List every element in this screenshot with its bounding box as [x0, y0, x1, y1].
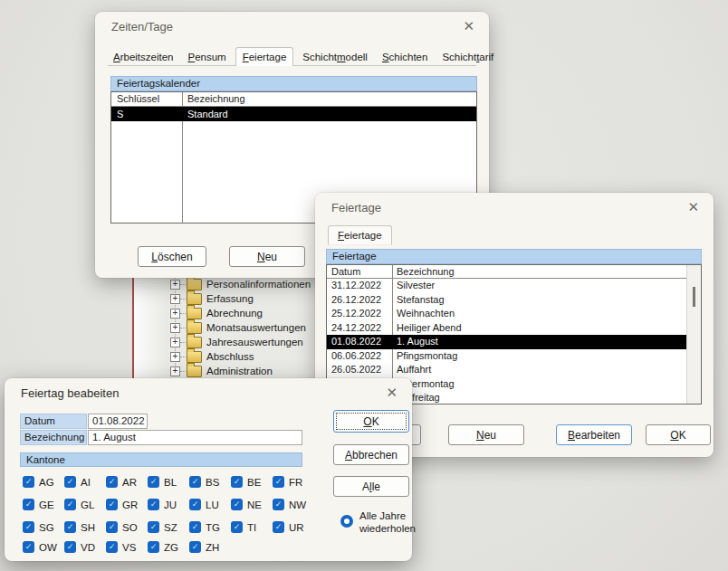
kanton-sh[interactable]: SH [64, 521, 106, 533]
checkbox-checked-icon[interactable] [148, 541, 159, 553]
kanton-ju[interactable]: JU [148, 499, 189, 510]
tree-item-jahresauswertungen[interactable]: Jahresauswertungen [170, 335, 303, 349]
plus-expander-icon[interactable] [170, 366, 180, 376]
kanton-zh[interactable]: ZH [189, 541, 231, 553]
plus-expander-icon[interactable] [170, 352, 180, 362]
tab-schichten[interactable]: Schichten [377, 50, 434, 65]
abbrechen-button[interactable]: Abbrechen [333, 444, 409, 465]
tree-item-administration[interactable]: Administration [170, 364, 273, 378]
kanton-ow[interactable]: OW [23, 541, 64, 553]
close-icon[interactable]: ✕ [687, 199, 699, 215]
checkbox-checked-icon[interactable] [273, 476, 284, 488]
vertical-scrollbar[interactable] [686, 265, 701, 404]
kanton-ag[interactable]: AG [23, 476, 64, 488]
neu-button[interactable]: Neu [448, 424, 524, 445]
kanton-tg[interactable]: TG [189, 521, 231, 533]
checkbox-checked-icon[interactable] [64, 521, 76, 533]
kanton-be[interactable]: BE [231, 476, 273, 488]
tab-pensum[interactable]: Pensum [182, 50, 231, 65]
checkbox-checked-icon[interactable] [148, 476, 159, 488]
checkbox-checked-icon[interactable] [189, 476, 201, 488]
table-row-selected[interactable]: S Standard [111, 107, 476, 121]
checkbox-checked-icon[interactable] [23, 499, 34, 510]
checkbox-checked-icon[interactable] [23, 476, 34, 488]
datum-field[interactable]: 01.08.2022 [88, 414, 148, 429]
checkbox-checked-icon[interactable] [64, 541, 76, 553]
checkbox-checked-icon[interactable] [106, 499, 118, 510]
kanton-bl[interactable]: BL [148, 476, 189, 488]
kanton-ai[interactable]: AI [64, 476, 106, 488]
table-row[interactable]: 24.12.2022Heiliger Abend [327, 321, 686, 336]
tab-arbeitszeiten[interactable]: Arbeitszeiten [108, 50, 178, 65]
loeschen-button[interactable]: Löschen [138, 246, 206, 267]
plus-expander-icon[interactable] [170, 280, 180, 290]
checkbox-checked-icon[interactable] [106, 541, 118, 553]
table-row[interactable]: 26.05.2022Auffahrt [327, 363, 686, 377]
checkbox-checked-icon[interactable] [231, 476, 243, 488]
checkbox-checked-icon[interactable] [23, 541, 34, 553]
checkbox-checked-icon[interactable] [106, 521, 118, 533]
tab-schichtmodell[interactable]: Schichtmodell [297, 50, 373, 65]
close-icon[interactable]: ✕ [386, 385, 398, 401]
kanton-nw[interactable]: NW [273, 499, 314, 510]
kanton-sz[interactable]: SZ [148, 521, 189, 533]
column-header-bezeichnung[interactable]: Bezeichnung [182, 92, 245, 106]
tree-item-abrechnung[interactable]: Abrechnung [170, 306, 263, 320]
ok-button[interactable]: OK [333, 410, 409, 433]
column-header-bezeichnung[interactable]: Bezeichnung [392, 265, 455, 278]
checkbox-checked-icon[interactable] [64, 476, 76, 488]
table-row[interactable]: 31.12.2022Silvester [327, 279, 686, 293]
checkbox-checked-icon[interactable] [148, 521, 159, 533]
tab-schichttarif[interactable]: Schichttarif [436, 50, 499, 65]
kanton-ne[interactable]: NE [231, 499, 273, 510]
checkbox-checked-icon[interactable] [106, 476, 118, 488]
checkbox-checked-icon[interactable] [189, 499, 201, 510]
checkbox-checked-icon[interactable] [273, 521, 284, 533]
kanton-ur[interactable]: UR [273, 521, 314, 533]
checkbox-checked-icon[interactable] [148, 499, 159, 510]
kanton-gr[interactable]: GR [106, 499, 148, 510]
kanton-ge[interactable]: GE [23, 499, 64, 510]
scrollbar-thumb[interactable] [693, 287, 695, 307]
plus-expander-icon[interactable] [170, 309, 180, 319]
plus-expander-icon[interactable] [170, 338, 180, 347]
bezeichnung-field[interactable]: 1. August [88, 430, 302, 445]
kanton-lu[interactable]: LU [189, 499, 231, 510]
table-row[interactable]: 26.12.2022Stefanstag [327, 293, 686, 308]
column-header-schluessel[interactable]: Schlüssel [111, 92, 182, 106]
tab-feiertage[interactable]: Feiertage [235, 47, 294, 66]
ok-button[interactable]: OK [646, 424, 711, 445]
checkbox-checked-icon[interactable] [231, 499, 243, 510]
kanton-gl[interactable]: GL [64, 499, 106, 510]
kanton-fr[interactable]: FR [273, 476, 314, 488]
plus-expander-icon[interactable] [170, 323, 180, 333]
kanton-zg[interactable]: ZG [148, 541, 189, 553]
checkbox-checked-icon[interactable] [273, 499, 284, 510]
kanton-ti[interactable]: TI [231, 521, 273, 533]
table-row-selected[interactable]: 01.08.20221. August [327, 335, 686, 349]
kanton-ar[interactable]: AR [106, 476, 148, 488]
plus-expander-icon[interactable] [170, 294, 180, 304]
kanton-sg[interactable]: SG [23, 521, 64, 533]
bearbeiten-button[interactable]: Bearbeiten [556, 424, 632, 445]
checkbox-checked-icon[interactable] [23, 521, 34, 533]
radio-selected-icon[interactable] [340, 515, 353, 528]
close-icon[interactable]: ✕ [463, 18, 474, 34]
column-header-datum[interactable]: Datum [327, 265, 392, 278]
table-row[interactable]: 06.06.2022Pfingsmontag [327, 349, 686, 364]
neu-button[interactable]: Neu [229, 246, 305, 267]
tree-item-erfassung[interactable]: Erfassung [170, 291, 254, 306]
checkbox-checked-icon[interactable] [189, 521, 201, 533]
checkbox-checked-icon[interactable] [231, 521, 243, 533]
checkbox-checked-icon[interactable] [189, 541, 201, 553]
checkbox-checked-icon[interactable] [64, 499, 76, 510]
alle-button[interactable]: Alle [333, 476, 409, 497]
table-row[interactable]: 25.12.2022Weihnachten [327, 307, 686, 321]
kanton-vd[interactable]: VD [64, 541, 106, 553]
tab-feiertage[interactable]: Feiertage [328, 225, 392, 245]
tree-item-monatsauswertungen[interactable]: Monatsauswertungen [170, 320, 306, 335]
kanton-vs[interactable]: VS [106, 541, 148, 553]
kanton-bs[interactable]: BS [189, 476, 231, 488]
kanton-so[interactable]: SO [106, 521, 148, 533]
tree-item-personalinformationen[interactable]: Personalinformationen [170, 277, 311, 291]
